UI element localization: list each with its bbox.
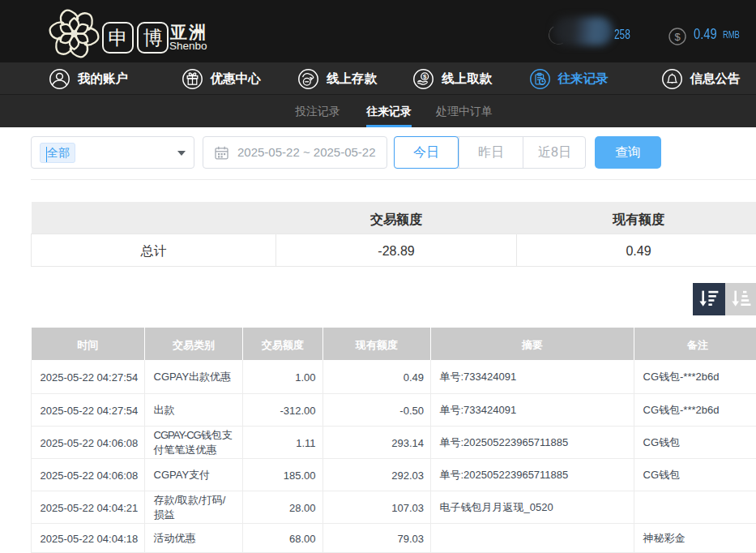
svg-text:$: $ bbox=[674, 31, 681, 43]
svg-text:$: $ bbox=[423, 73, 427, 80]
